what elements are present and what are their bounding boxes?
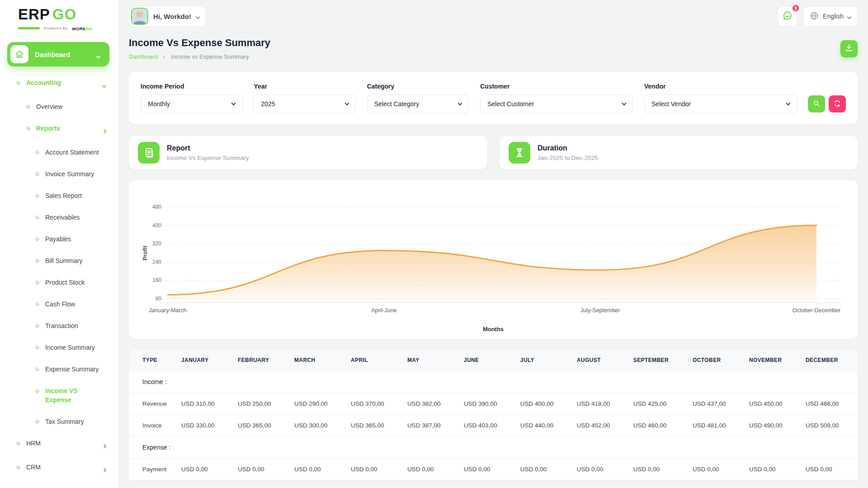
duration-card: Duration Jan-2025 to Dec-2025: [500, 136, 858, 169]
profit-chart-card: 80160240320400480January-MarchApril-June…: [129, 180, 858, 339]
duration-card-title: Duration: [538, 144, 598, 152]
breadcrumb-dashboard-link[interactable]: Dashboard: [129, 53, 158, 60]
sidebar-item-sales-report[interactable]: Sales Report: [0, 191, 118, 200]
bullet-icon: [34, 193, 39, 198]
search-button[interactable]: [808, 95, 825, 113]
bullet-icon: [25, 126, 30, 131]
topbar-actions: 0 English: [778, 6, 858, 26]
sidebar-item-account-statement[interactable]: Account Statement: [0, 148, 118, 157]
chevron-down-icon: [622, 101, 627, 106]
brand-wordmark: ERPGO: [18, 6, 118, 23]
language-selector[interactable]: English: [803, 6, 858, 26]
amount-cell: USD 0,00: [346, 459, 403, 480]
amount-cell: USD 390,00: [459, 393, 516, 415]
column-header-july: JULY: [516, 350, 572, 371]
sidebar-item-payables[interactable]: Payables: [0, 235, 118, 244]
bullet-icon: [34, 236, 39, 241]
powered-by-text: Powered By: [44, 26, 68, 30]
report-document-icon: [138, 142, 160, 164]
column-header-december: DECEMBER: [801, 350, 858, 371]
sidebar-item-hrm[interactable]: HRM: [0, 439, 118, 450]
chevron-down-icon: [231, 101, 236, 106]
report-card-subtitle: Income Vs Expense Summary: [167, 155, 249, 161]
amount-cell: USD 437,00: [688, 393, 745, 415]
sidebar-item-reports[interactable]: Reports: [0, 124, 118, 135]
notifications-button[interactable]: 0: [778, 6, 797, 26]
bullet-icon: [34, 345, 39, 350]
download-button[interactable]: [840, 40, 858, 57]
column-header-february: FEBRUARY: [233, 350, 290, 371]
sidebar-item-label: Cash Flow: [45, 300, 75, 309]
download-icon: [844, 43, 854, 54]
amount-cell: USD 425,00: [629, 393, 688, 415]
bullet-icon: [34, 150, 39, 155]
income-period-select[interactable]: Monthly: [141, 94, 242, 113]
filter-field-category: CategorySelect Category: [367, 83, 469, 113]
filter-fields: Income PeriodMonthlyYear2025CategorySele…: [141, 83, 797, 113]
amount-cell: USD 450,00: [745, 393, 801, 415]
x-axis-tick-label: October-December: [793, 307, 840, 314]
amount-cell: USD 0,00: [801, 459, 858, 480]
hourglass-icon: [509, 142, 530, 164]
bullet-icon: [34, 366, 39, 371]
amount-cell: USD 0,00: [290, 459, 346, 480]
sidebar-item-label: Tax Summary: [45, 417, 84, 426]
chevron-down-icon: [786, 101, 791, 106]
sidebar-item-dashboard[interactable]: Dashboard: [7, 42, 109, 66]
chevron-down-icon: [103, 80, 106, 89]
bullet-icon: [34, 301, 39, 306]
amount-cell: USD 0,00: [403, 459, 459, 480]
filter-label: Year: [254, 83, 355, 90]
filter-label: Income Period: [141, 83, 242, 90]
brand-logo[interactable]: ERPGO Powered By WORKDO: [0, 0, 118, 32]
sidebar-item-receivables[interactable]: Receivables: [0, 213, 118, 222]
amount-cell: USD 403,00: [459, 415, 516, 436]
sidebar-item-label: Reports: [36, 124, 60, 133]
sidebar-item-income-summary[interactable]: Income Summary: [0, 343, 118, 352]
amount-cell: USD 300,00: [290, 415, 346, 436]
y-axis-tick-label: 480: [152, 204, 161, 210]
filter-field-year: Year2025: [254, 83, 355, 113]
brand-erp: ERP: [18, 6, 50, 23]
chevron-right-icon: [103, 465, 106, 474]
sidebar-item-label: HRM: [26, 439, 41, 448]
duration-card-subtitle: Jan-2025 to Dec-2025: [538, 155, 598, 161]
search-icon: [812, 99, 821, 109]
sidebar-item-cash-flow[interactable]: Cash Flow: [0, 300, 118, 309]
chevron-down-icon: [97, 52, 100, 60]
customer-select[interactable]: Select Customer: [480, 94, 633, 113]
amount-cell: USD 370,00: [346, 393, 403, 415]
section-label: Income :: [129, 371, 858, 393]
sidebar-item-tax-summary[interactable]: Tax Summary: [0, 417, 118, 426]
bullet-icon: [34, 171, 39, 176]
sidebar-item-bill-summary[interactable]: Bill Summary: [0, 256, 118, 265]
filter-field-income-period: Income PeriodMonthly: [141, 83, 242, 113]
sidebar-dashboard-label: Dashboard: [35, 51, 70, 58]
user-menu[interactable]: Hi, Workdo!: [129, 6, 206, 27]
amount-cell: USD 0,00: [233, 459, 290, 480]
chevron-down-icon: [458, 101, 462, 106]
notification-count-badge: 0: [792, 4, 800, 12]
vendor-select[interactable]: Select Vendor: [644, 94, 797, 113]
table-section-row: Expense :: [129, 436, 858, 459]
sidebar-item-transaction[interactable]: Transaction: [0, 321, 118, 330]
sidebar-item-product-stock[interactable]: Product Stock: [0, 278, 118, 287]
chart-svg: 80160240320400480January-MarchApril-June…: [136, 187, 850, 322]
sidebar-item-crm[interactable]: CRM: [0, 463, 118, 474]
reset-button[interactable]: [829, 95, 846, 113]
amount-cell: USD 0,00: [177, 459, 233, 480]
sidebar-item-expense-summary[interactable]: Expense Summary: [0, 365, 118, 374]
sidebar-item-income-vs-expense[interactable]: Income VS Expense: [0, 386, 118, 404]
y-axis-tick-label: 240: [152, 259, 161, 265]
bullet-icon: [34, 323, 39, 328]
user-avatar: [131, 8, 148, 25]
filter-panel: Income PeriodMonthlyYear2025CategorySele…: [129, 72, 858, 124]
sidebar-item-label: Receivables: [45, 213, 80, 222]
amount-cell: USD 365,00: [233, 415, 290, 436]
year-select[interactable]: 2025: [254, 94, 355, 113]
x-axis-tick-label: July-September: [580, 307, 620, 314]
category-select[interactable]: Select Category: [367, 94, 469, 113]
sidebar-item-accounting[interactable]: Accounting: [0, 78, 118, 89]
sidebar-item-overview[interactable]: Overview: [0, 102, 118, 111]
sidebar-item-invoice-summary[interactable]: Invoice Summary: [0, 169, 118, 178]
